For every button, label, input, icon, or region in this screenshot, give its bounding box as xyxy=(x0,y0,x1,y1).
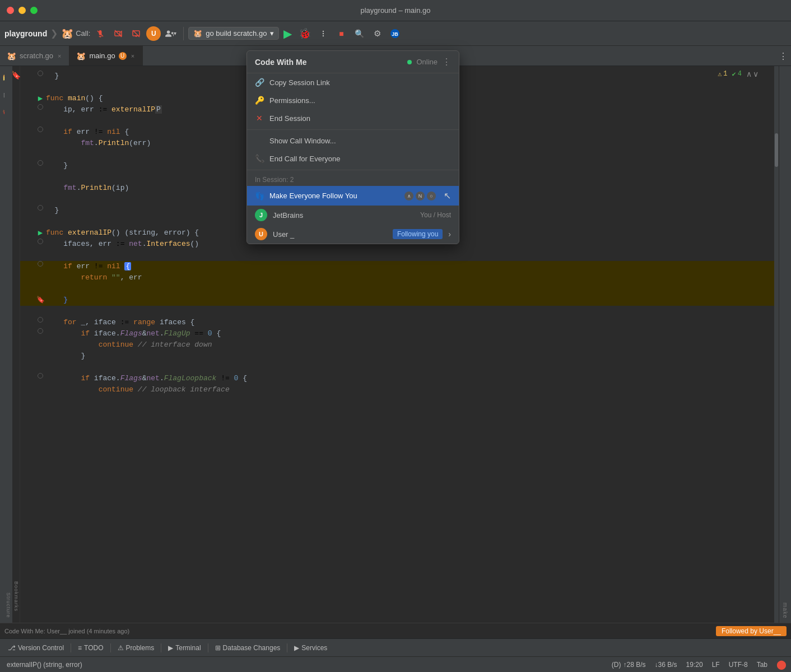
bookmarks-strip-label[interactable]: Bookmarks xyxy=(13,581,19,612)
function-context[interactable]: externalIP() (string, error) xyxy=(4,661,85,669)
cwm-end-call-item[interactable]: 📞 End Call for Everyone xyxy=(247,150,459,167)
code-line: for _, iface := range ifaces { xyxy=(12,317,779,328)
online-status-dot xyxy=(407,60,412,64)
ok-count: ✔ 4 xyxy=(732,70,742,78)
terminal-icon: ▶ xyxy=(168,644,173,652)
db-changes-item[interactable]: ⊞ Database Changes xyxy=(211,642,285,654)
vertical-scrollbar-thumb[interactable] xyxy=(775,133,778,167)
terminal-label: Terminal xyxy=(175,644,201,652)
tab-scratch-close[interactable]: × xyxy=(57,52,62,60)
minimize-button[interactable] xyxy=(18,7,26,14)
cwm-copy-link-item[interactable]: 🔗 Copy Session Link xyxy=(247,73,459,91)
code-line: if iface.Flags&net.FlagLoopback != 0 { xyxy=(12,373,779,384)
gopher-main-tab-icon: 🐹 xyxy=(76,52,86,60)
bookmarks-strip: 🔖 Bookmarks xyxy=(12,66,20,623)
key-icon: 🔑 xyxy=(255,96,264,105)
online-status-text: Online xyxy=(416,58,438,66)
terminal-item[interactable]: ▶ Terminal xyxy=(164,642,205,654)
run-button[interactable]: ▶ xyxy=(281,26,294,41)
tab-scratch[interactable]: 🐹 scratch.go × xyxy=(0,46,69,66)
cwm-end-session-item[interactable]: ✕ End Session xyxy=(247,109,459,127)
code-line: } xyxy=(12,351,779,362)
svg-point-8 xyxy=(323,30,324,31)
structure-strip-label[interactable]: Structure xyxy=(6,592,11,618)
breakpoint-dot xyxy=(38,239,43,244)
status-line: externalIP() (string, error) (D) ↑28 B/s… xyxy=(0,656,791,672)
nav-arrows: ∧ ∨ xyxy=(746,69,759,78)
cursor-indicator: ↖ xyxy=(444,190,451,201)
call-label: Call: xyxy=(76,29,90,38)
jetbrains-button[interactable]: JB xyxy=(387,26,403,41)
todo-item[interactable]: ≡ TODO xyxy=(73,642,108,654)
services-label: Services xyxy=(301,644,327,652)
follow-icons: ∧ N ○ xyxy=(404,192,436,200)
run-gutter-icon2[interactable]: ▶ xyxy=(38,227,43,239)
link-icon: 🔗 xyxy=(255,78,264,87)
follow-icon-2: N xyxy=(416,192,425,200)
show-call-label: Show Call Window... xyxy=(269,137,336,145)
tabs-more-button[interactable]: ⋮ xyxy=(779,50,788,61)
cwm-jetbrains-user[interactable]: J JetBrains You / Host xyxy=(247,206,459,225)
build-config-label: go build scratch.go xyxy=(206,29,267,38)
cwm-users-button[interactable]: ▾ xyxy=(163,26,179,41)
vertical-scrollbar-track[interactable] xyxy=(774,66,779,638)
prev-warning-button[interactable]: ∧ xyxy=(746,69,752,78)
code-line-highlighted: if err != nil { xyxy=(12,261,779,272)
breakpoint-dot xyxy=(38,160,43,166)
tab-main[interactable]: 🐹 main.go U × xyxy=(69,46,143,66)
follow-icon-3: ○ xyxy=(427,192,436,200)
svg-rect-2 xyxy=(115,31,120,36)
version-control-item[interactable]: ⎇ Version Control xyxy=(3,642,68,654)
breadcrumb-sep: ❯ xyxy=(49,28,59,39)
project-label: playground xyxy=(4,29,47,38)
mute-mic-button[interactable] xyxy=(92,26,108,41)
db-changes-label: Database Changes xyxy=(223,644,281,652)
warning-count: ⚠ 1 xyxy=(718,70,727,78)
end-session-label: End Session xyxy=(269,114,310,123)
tab-scratch-label: scratch.go xyxy=(20,52,53,60)
debug-button[interactable]: 🐞 xyxy=(296,26,313,41)
svg-point-9 xyxy=(323,32,324,34)
stop-button[interactable]: ■ xyxy=(333,26,349,41)
code-line: 🔖 } xyxy=(12,295,779,306)
following-arrow: › xyxy=(448,230,451,239)
problems-icon: ⚠ xyxy=(118,644,124,652)
gopher-tab-icon: 🐹 xyxy=(7,52,16,60)
make-label[interactable]: make xyxy=(782,603,788,618)
jetbrains-role: You / Host xyxy=(420,211,451,219)
cwm-divider1 xyxy=(247,129,459,130)
problems-item[interactable]: ⚠ Problems xyxy=(113,642,159,654)
status-message: Code With Me: User__ joined (4 minutes a… xyxy=(4,628,129,634)
cwm-permissions-item[interactable]: 🔑 Permissions... xyxy=(247,91,459,109)
jetbrains-name: JetBrains xyxy=(273,211,415,220)
services-item[interactable]: ▶ Services xyxy=(290,642,332,654)
screenshare-button[interactable] xyxy=(128,26,144,41)
bookmark-gutter-icon: 🔖 xyxy=(36,295,45,306)
build-config-dropdown[interactable]: 🐹 go build scratch.go ▾ xyxy=(188,27,279,40)
code-line xyxy=(12,283,779,295)
structure-strip: Structure xyxy=(4,66,12,623)
run-options-button[interactable] xyxy=(315,26,331,41)
mute-camera-button[interactable] xyxy=(110,26,126,41)
search-button[interactable]: 🔍 xyxy=(351,26,367,41)
user-avatar[interactable]: U xyxy=(146,26,161,41)
maximize-button[interactable] xyxy=(30,7,38,14)
db-changes-icon: ⊞ xyxy=(215,644,221,652)
cwm-user-item[interactable]: U User _ Following you › xyxy=(247,225,459,244)
cwm-more-button[interactable]: ⋮ xyxy=(442,57,451,67)
close-button[interactable] xyxy=(7,7,14,14)
breakpoint-dot xyxy=(38,104,43,110)
gopher-icon: 🐹 xyxy=(61,27,73,40)
tab-main-close[interactable]: × xyxy=(130,52,136,60)
settings-button[interactable]: ⚙ xyxy=(369,26,385,41)
cwm-show-call-item[interactable]: Show Call Window... xyxy=(247,132,459,150)
jetbrains-avatar: J xyxy=(255,209,267,221)
breakpoint-dot xyxy=(38,71,43,76)
cwm-make-follow-item[interactable]: 👣 Make Everyone Follow You ∧ N ○ ↖ xyxy=(247,186,459,206)
next-warning-button[interactable]: ∨ xyxy=(753,69,759,78)
encoding-status: UTF-8 xyxy=(727,661,750,669)
cwm-dropdown-menu: Code With Me Online ⋮ 🔗 Copy Session Lin… xyxy=(246,50,459,244)
line-col-status: 19:20 xyxy=(684,661,705,669)
run-gutter-icon[interactable]: ▶ xyxy=(38,93,43,104)
function-name: externalIP() (string, error) xyxy=(7,661,82,669)
